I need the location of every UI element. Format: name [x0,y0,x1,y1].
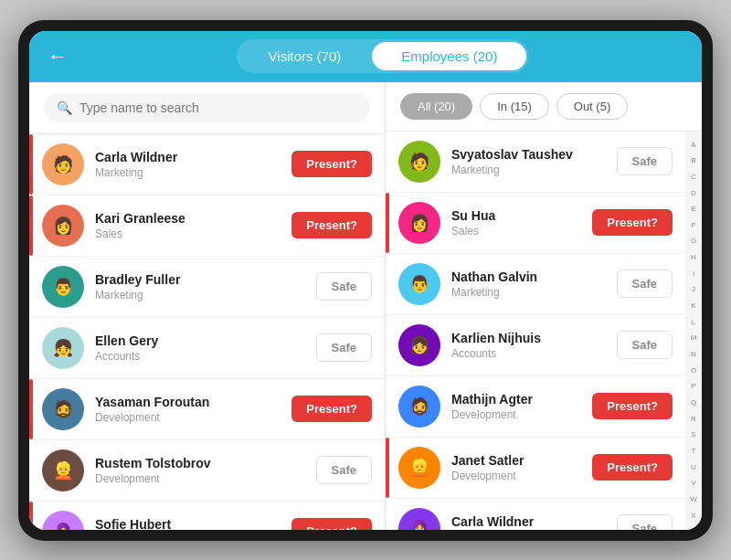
person-info: Ellen GeryAccounts [95,333,316,363]
employee-list: 🧑Svyatoslav TaushevMarketingSafe👩Su HuaS… [386,132,685,530]
safe-button[interactable]: Safe [316,272,372,301]
person-dept: Accounts [451,347,617,360]
person-name: Carla Wildner [95,150,291,164]
person-info: Carla WildnerMarketing [95,150,291,179]
person-info: Mathijn AgterDevelopment [451,392,592,421]
alpha-letter[interactable]: R [689,415,698,424]
avatar: 🧑 [398,141,440,183]
visitor-list: 🧑Carla WildnerMarketingPresent?👩Kari Gra… [29,134,385,530]
person-row: 🧑Svyatoslav TaushevMarketingSafe [386,132,685,193]
avatar: 👱 [398,447,440,489]
person-row: 👩Kari GranleeseSalesPresent? [29,195,385,257]
avatar: 👩 [398,202,440,244]
tab-group: Visitors (70) Employees (20) [237,39,530,73]
avatar: 👧 [42,327,84,369]
avatar: 🧕 [398,508,440,530]
filter-all[interactable]: All (20) [400,93,472,120]
person-row: 👨Nathan GalvinMarketingSafe [386,254,685,315]
person-row: 🧔Mathijn AgterDevelopmentPresent? [386,376,685,438]
alpha-letter[interactable]: O [689,366,698,375]
search-icon: 🔍 [57,100,72,115]
present-button[interactable]: Present? [291,518,372,530]
alpha-letter[interactable]: W [689,495,698,504]
person-row: 👧Karlien NijhuisAccountsSafe [386,315,685,376]
safe-button[interactable]: Safe [316,333,372,362]
alpha-letter[interactable]: I [689,269,698,279]
alpha-letter[interactable]: U [689,463,698,472]
safe-button[interactable]: Safe [617,514,673,530]
device-frame: ← Visitors (70) Employees (20) 🔍 🧑Carl [18,20,713,541]
present-button[interactable]: Present? [291,212,372,238]
alpha-letter[interactable]: K [689,301,698,311]
person-info: Svyatoslav TaushevMarketing [451,147,617,176]
person-dept: Marketing [451,286,617,299]
person-info: Kari GranleeseSales [95,211,291,240]
alpha-letter[interactable]: F [689,221,698,230]
person-name: Janet Satler [451,453,592,468]
avatar: 🧑 [42,143,84,185]
search-input[interactable] [79,100,357,115]
person-dept: Development [451,408,592,421]
alpha-letter[interactable]: A [689,141,698,150]
person-name: Mathijn Agter [451,392,592,407]
alpha-letter[interactable]: H [689,253,698,262]
person-row: 👩Su HuaSalesPresent? [386,193,685,254]
alpha-letter[interactable]: G [689,237,698,246]
alphabet-sidebar: ABCDEFGHIJKLMNOPQRSTUVWX [685,132,702,530]
avatar: 👱 [42,449,84,491]
alpha-letter[interactable]: D [689,189,698,198]
alpha-letter[interactable]: C [689,173,698,182]
back-button[interactable]: ← [48,45,68,69]
safe-button[interactable]: Safe [617,269,673,298]
tab-employees[interactable]: Employees (20) [372,42,526,70]
person-name: Carla Wildner [451,514,617,529]
avatar: 🧔 [398,386,440,428]
avatar: 🧔 [42,388,84,430]
person-dept: Sales [451,225,592,238]
person-name: Yasaman Foroutan [95,395,291,409]
present-button[interactable]: Present? [291,396,372,422]
alpha-letter[interactable]: E [689,205,698,214]
alpha-letter[interactable]: N [689,350,698,359]
person-name: Kari Granleese [95,211,291,226]
present-button[interactable]: Present? [592,209,673,236]
present-button[interactable]: Present? [592,393,673,419]
person-info: Sofie HubertAccounts [95,517,291,530]
person-name: Karlien Nijhuis [451,331,617,345]
tab-visitors[interactable]: Visitors (70) [239,42,371,70]
safe-button[interactable]: Safe [617,147,673,175]
present-button[interactable]: Present? [592,454,673,481]
alpha-letter[interactable]: B [689,156,698,165]
safe-button[interactable]: Safe [617,331,673,359]
visitors-panel: 🔍 🧑Carla WildnerMarketingPresent?👩Kari G… [29,82,386,530]
safe-button[interactable]: Safe [316,456,372,484]
present-button[interactable]: Present? [291,151,372,177]
person-info: Nathan GalvinMarketing [451,269,617,299]
alpha-letter[interactable]: P [689,382,698,391]
person-dept: Development [451,470,592,482]
person-row: 👱Rustem TolstobrovDevelopmentSafe [29,440,385,502]
filter-out[interactable]: Out (5) [556,93,628,120]
filter-in[interactable]: In (15) [480,93,549,120]
person-name: Sofie Hubert [95,517,291,530]
employees-panel: All (20) In (15) Out (5) 🧑Svyatoslav Tau… [386,82,702,530]
alpha-letter[interactable]: V [689,479,698,488]
avatar: 👨 [398,263,440,305]
alpha-letter[interactable]: X [689,512,698,521]
alpha-letter[interactable]: J [689,285,698,294]
person-info: Carla WildnerAccounts [451,514,617,530]
alpha-letter[interactable]: S [689,430,698,439]
search-bar: 🔍 [29,82,385,134]
alpha-letter[interactable]: T [689,447,698,456]
person-info: Su HuaSales [451,208,592,238]
alpha-letter[interactable]: Q [689,398,698,407]
person-row: 🧕Sofie HubertAccountsPresent? [29,502,385,530]
alpha-letter[interactable]: L [689,318,698,327]
person-row: 👨Bradley FullerMarketingSafe [29,257,385,318]
alpha-letter[interactable]: M [689,333,698,343]
person-dept: Marketing [95,166,291,179]
person-row: 👱Janet SatlerDevelopmentPresent? [386,438,685,499]
person-row: 🧑Carla WildnerMarketingPresent? [29,134,385,195]
person-info: Karlien NijhuisAccounts [451,331,617,360]
person-row: 👧Ellen GeryAccountsSafe [29,318,385,379]
